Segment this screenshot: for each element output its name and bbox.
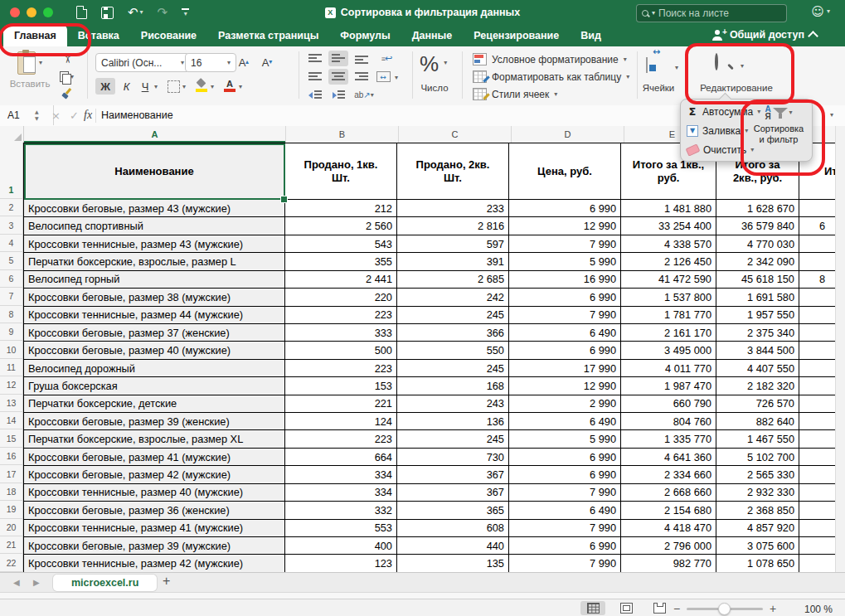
row-header-18[interactable]: 18 xyxy=(0,483,23,501)
cell-A7[interactable]: Кроссовки беговые, размер 38 (мужские) xyxy=(24,289,285,306)
cell-E7[interactable]: 1 537 800 xyxy=(621,289,716,306)
cell-A9[interactable]: Кроссовки беговые, размер 37 (женские) xyxy=(24,324,285,342)
italic-button[interactable]: К xyxy=(118,78,135,95)
cell-F9[interactable]: 2 375 340 xyxy=(716,324,799,342)
cell-B7[interactable]: 220 xyxy=(285,289,397,306)
cell-C7[interactable]: 242 xyxy=(397,289,509,306)
column-header-C[interactable]: C xyxy=(399,126,512,143)
cell-E22[interactable]: 982 770 xyxy=(621,555,716,572)
cell-B11[interactable]: 223 xyxy=(285,360,397,377)
cell-A1[interactable]: Наименование xyxy=(24,143,285,200)
cell-E2[interactable]: 1 481 880 xyxy=(621,200,716,217)
cell-C5[interactable]: 391 xyxy=(397,253,509,270)
cell-C11[interactable]: 245 xyxy=(397,360,509,377)
cell-E21[interactable]: 2 796 000 xyxy=(621,537,716,555)
cell-A17[interactable]: Кроссовки беговые, размер 42 (мужские) xyxy=(24,466,285,483)
cell-B1[interactable]: Продано, 1кв. Шт. xyxy=(285,143,397,200)
cell-C18[interactable]: 367 xyxy=(397,484,509,502)
font-color-button[interactable]: А xyxy=(221,77,238,94)
cell-A3[interactable]: Велосипед спортивный xyxy=(24,217,285,235)
format-painter-button[interactable] xyxy=(61,88,73,99)
cell-A11[interactable]: Велосипед дорожный xyxy=(24,360,285,377)
cells-button[interactable] xyxy=(646,58,648,73)
cell-B2[interactable]: 212 xyxy=(285,200,397,217)
row-header-16[interactable]: 16 xyxy=(0,448,23,465)
ribbon-tab-1[interactable]: Главная xyxy=(3,25,67,46)
copy-button[interactable] xyxy=(60,71,74,82)
cell-B19[interactable]: 332 xyxy=(285,502,397,519)
cell-F6[interactable]: 45 618 150 xyxy=(716,271,799,289)
number-format-button[interactable]: % xyxy=(420,51,447,77)
cell-C6[interactable]: 2 685 xyxy=(397,271,509,289)
row-header-13[interactable]: 13 xyxy=(0,395,23,412)
cell-D8[interactable]: 7 990 xyxy=(509,307,621,324)
minimize-window-button[interactable] xyxy=(27,7,36,17)
share-button[interactable]: + Общий доступ xyxy=(712,29,817,41)
cell-B10[interactable]: 500 xyxy=(285,342,397,359)
cut-button[interactable]: ✂ xyxy=(63,53,72,65)
row-header-5[interactable]: 5 xyxy=(0,252,23,269)
close-window-button[interactable] xyxy=(10,7,20,17)
cell-E3[interactable]: 33 254 400 xyxy=(621,217,716,235)
cell-F16[interactable]: 5 102 700 xyxy=(716,449,799,466)
cell-A22[interactable]: Кроссовки теннисные, размер 42 (мужские) xyxy=(24,555,285,572)
align-bottom-button[interactable] xyxy=(352,51,372,66)
cell-F10[interactable]: 3 844 500 xyxy=(716,342,799,359)
cell-D1[interactable]: Цена, руб. xyxy=(509,143,621,200)
cell-D6[interactable]: 16 990 xyxy=(509,271,621,289)
cell-E14[interactable]: 804 760 xyxy=(621,413,716,430)
page-layout-view-button[interactable] xyxy=(614,601,639,615)
cell-D15[interactable]: 5 990 xyxy=(509,430,621,448)
column-header-A[interactable]: A xyxy=(24,126,286,143)
cell-B3[interactable]: 2 560 xyxy=(285,217,397,235)
row-header-22[interactable]: 22 xyxy=(0,554,23,571)
row-header-2[interactable]: 2 xyxy=(0,199,23,216)
cell-E6[interactable]: 41 472 590 xyxy=(621,271,716,289)
cell-A12[interactable]: Груша боксерская xyxy=(24,377,285,395)
vertical-scrollbar[interactable] xyxy=(835,126,845,572)
fill-handle[interactable] xyxy=(280,196,288,203)
cell-A16[interactable]: Кроссовки беговые, размер 41 (мужские) xyxy=(24,449,285,466)
cell-E15[interactable]: 1 335 770 xyxy=(621,430,716,448)
cell-E20[interactable]: 4 418 470 xyxy=(621,520,716,537)
cell-D22[interactable]: 7 990 xyxy=(509,555,621,572)
row-header-6[interactable]: 6 xyxy=(0,270,23,288)
cell-C9[interactable]: 366 xyxy=(397,324,509,342)
cell-E9[interactable]: 2 161 170 xyxy=(621,324,716,342)
cell-E12[interactable]: 1 987 470 xyxy=(621,377,716,395)
add-sheet-button[interactable]: + xyxy=(163,574,170,589)
cell-C16[interactable]: 730 xyxy=(397,449,509,466)
cell-D12[interactable]: 12 990 xyxy=(509,377,621,395)
row-header-3[interactable]: 3 xyxy=(0,216,23,234)
cell-B8[interactable]: 223 xyxy=(285,307,397,324)
ribbon-tab-4[interactable]: Разметка страницы xyxy=(207,25,329,46)
cell-F7[interactable]: 1 691 580 xyxy=(716,289,799,306)
cell-F11[interactable]: 4 407 550 xyxy=(716,360,799,377)
redo-icon[interactable]: ↷ xyxy=(158,7,168,19)
borders-button[interactable] xyxy=(165,78,182,95)
cell-E16[interactable]: 4 641 360 xyxy=(621,449,716,466)
cell-C15[interactable]: 245 xyxy=(397,430,509,448)
cell-B21[interactable]: 400 xyxy=(285,537,397,555)
cell-B9[interactable]: 333 xyxy=(285,324,397,342)
cell-D18[interactable]: 7 990 xyxy=(509,484,621,502)
shrink-font-button[interactable]: A xyxy=(257,54,277,70)
cell-A2[interactable]: Кроссовки беговые, размер 43 (мужские) xyxy=(24,200,285,217)
fill-color-button[interactable] xyxy=(193,77,210,94)
increase-indent-button[interactable] xyxy=(328,87,348,103)
cell-F21[interactable]: 3 075 600 xyxy=(716,537,799,555)
cell-F3[interactable]: 36 579 840 xyxy=(716,217,799,235)
cell-D20[interactable]: 7 990 xyxy=(509,520,621,537)
cell-C19[interactable]: 365 xyxy=(397,502,509,519)
row-header-15[interactable]: 15 xyxy=(0,429,23,447)
cancel-button[interactable]: × xyxy=(51,105,61,125)
zoom-out-button[interactable]: − xyxy=(673,602,680,615)
zoom-window-button[interactable] xyxy=(43,7,53,17)
cell-A10[interactable]: Кроссовки беговые, размер 40 (мужские) xyxy=(24,342,285,359)
page-break-view-button[interactable] xyxy=(647,601,672,615)
search-input[interactable]: Поиск на листе xyxy=(636,4,787,22)
align-top-button[interactable] xyxy=(305,51,325,66)
row-header-19[interactable]: 19 xyxy=(0,501,23,518)
row-header-7[interactable]: 7 xyxy=(0,288,23,305)
enter-button[interactable]: ✓ xyxy=(70,105,79,125)
